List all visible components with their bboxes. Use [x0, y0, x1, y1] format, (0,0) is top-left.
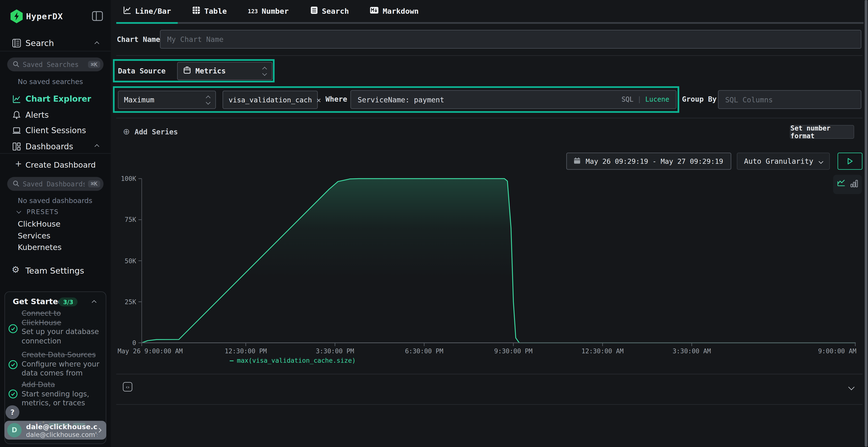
- metric-tag[interactable]: visa_validation_cach ×: [222, 91, 318, 109]
- sidebar-item-alerts[interactable]: Alerts: [0, 108, 111, 122]
- shortcut-badge: ⌘K: [88, 180, 100, 187]
- tab-search[interactable]: Search: [303, 0, 355, 22]
- line-bar-chart-icon: [123, 6, 131, 16]
- generated-sql-expand-chevron-icon[interactable]: [848, 384, 855, 390]
- chart-name-label: Chart Name: [117, 35, 160, 44]
- saved-dashboards-input[interactable]: Saved Dashboards ⌘K: [7, 177, 103, 191]
- data-source-label: Data Source: [118, 67, 166, 75]
- x-tick-label: 9:30:00 PM: [494, 347, 533, 355]
- search-collapse-chevron-icon[interactable]: [94, 41, 99, 46]
- add-series-button[interactable]: Add Series: [134, 128, 178, 136]
- sidebar-item-label: Dashboards: [26, 142, 73, 151]
- gear-icon: ⚙: [11, 264, 20, 275]
- hyperdx-logo-icon[interactable]: [10, 9, 23, 26]
- task-connect-clickhouse[interactable]: Connect to ClickHouse Set up your databa…: [22, 309, 100, 346]
- data-source-select[interactable]: Metrics: [177, 62, 273, 80]
- task-desc: Set up your database: [22, 327, 100, 337]
- x-tick-label: 6:30:00 PM: [405, 347, 443, 355]
- task-desc: data comes from: [22, 369, 104, 378]
- shortcut-badge: ⌘K: [88, 61, 100, 68]
- task-title: Add Data: [22, 381, 104, 390]
- search-icon: [13, 179, 20, 189]
- aggregation-select[interactable]: Maximum: [118, 91, 216, 109]
- dashboards-collapse-chevron-icon[interactable]: [94, 144, 99, 149]
- presets-chevron-icon[interactable]: [17, 209, 21, 213]
- tab-table[interactable]: Table: [185, 0, 234, 22]
- task-desc: metrics, or traces: [22, 399, 104, 408]
- set-number-format-button[interactable]: Set number format: [790, 125, 854, 139]
- no-saved-dashboards-text: No saved dashboards: [18, 196, 92, 204]
- x-tick-label: 9:00:00 AM: [818, 347, 857, 355]
- search-list-icon: [310, 6, 318, 16]
- markdown-icon: [370, 6, 379, 16]
- line-chart[interactable]: [138, 177, 856, 347]
- presets-header[interactable]: PRESETS: [27, 208, 59, 215]
- sql-mode-toggle[interactable]: SQL: [622, 96, 633, 103]
- database-icon: [183, 66, 191, 76]
- bell-icon: [12, 110, 21, 119]
- divider: [116, 118, 863, 118]
- y-tick-label: 100K: [116, 175, 136, 182]
- tab-underline-track: [116, 22, 863, 24]
- x-tick-label: 12:30:00 AM: [582, 347, 624, 355]
- select-chevrons-icon: [263, 67, 267, 75]
- metric-tag-value: visa_validation_cach: [228, 96, 312, 104]
- get-started-title: Get Started: [13, 297, 64, 306]
- where-input[interactable]: ServiceName: payment SQL | Lucene: [350, 90, 676, 109]
- sidebar-item-label: Client Sessions: [26, 126, 86, 135]
- saved-searches-placeholder: Saved Searches: [23, 61, 85, 68]
- plus-icon: +: [15, 159, 22, 169]
- chart-name-input[interactable]: [160, 30, 862, 49]
- search-section-label[interactable]: Search: [26, 38, 54, 48]
- run-query-button[interactable]: [838, 153, 863, 170]
- divider: [116, 374, 863, 374]
- collapse-sidebar-icon[interactable]: [92, 11, 103, 23]
- team-settings-link[interactable]: Team Settings: [26, 266, 84, 276]
- tab-markdown[interactable]: Markdown: [363, 0, 425, 22]
- user-email: dale@clickhouse.com: [26, 422, 97, 431]
- dashboards-grid-icon: [12, 142, 21, 151]
- brand-title[interactable]: HyperDX: [26, 11, 63, 22]
- lucene-mode-toggle[interactable]: Lucene: [645, 96, 669, 103]
- granularity-select[interactable]: Auto Granularity: [737, 153, 830, 170]
- check-circle-icon: [8, 324, 18, 333]
- sidebar-item-client-sessions[interactable]: Client Sessions: [0, 123, 111, 138]
- group-by-label: Group By: [682, 95, 717, 103]
- task-add-data[interactable]: Add Data Start sending logs, metrics, or…: [22, 381, 104, 408]
- laptop-icon: [12, 126, 21, 135]
- chart-area[interactable]: 025K50K75K100K May 26 9:00:00 AM12:30:00…: [116, 177, 863, 347]
- user-menu[interactable]: D dale@clickhouse.com dale@clickhouse.co…: [4, 421, 106, 440]
- preset-kubernetes[interactable]: Kubernetes: [18, 243, 61, 252]
- no-saved-searches-text: No saved searches: [18, 77, 83, 85]
- saved-searches-input[interactable]: Saved Searches ⌘K: [7, 58, 103, 71]
- data-source-value: Metrics: [195, 67, 226, 75]
- get-started-badge: 3/3: [59, 298, 78, 306]
- sidebar-item-label: Chart Explorer: [26, 95, 91, 104]
- chart-legend[interactable]: — max(visa_validation_cache.size): [230, 357, 356, 365]
- x-tick-label: May 26 9:00:00 AM: [118, 347, 183, 355]
- tab-label: Number: [261, 7, 289, 16]
- create-dashboard-button[interactable]: Create Dashboard: [26, 161, 96, 169]
- avatar: D: [7, 423, 22, 437]
- preset-clickhouse[interactable]: ClickHouse: [18, 219, 60, 228]
- tab-label: Table: [204, 7, 227, 16]
- close-icon[interactable]: ×: [316, 95, 321, 104]
- date-range-picker[interactable]: May 26 09:29:19 - May 27 09:29:19: [566, 153, 731, 170]
- code-icon: ‹›: [123, 382, 132, 391]
- help-button[interactable]: ?: [5, 405, 19, 419]
- get-started-collapse-chevron-icon[interactable]: [92, 300, 96, 305]
- tab-line-bar[interactable]: Line/Bar: [116, 0, 178, 22]
- vertical-scrollbar[interactable]: [865, 0, 867, 447]
- where-label: Where: [326, 95, 347, 103]
- sidebar-item-chart-explorer[interactable]: Chart Explorer: [0, 92, 111, 106]
- task-create-data-sources[interactable]: Create Data Sources Configure where your…: [22, 351, 104, 378]
- sidebar-item-dashboards[interactable]: Dashboards: [0, 139, 111, 154]
- tab-label: Search: [322, 7, 349, 16]
- tab-label: Line/Bar: [135, 7, 171, 16]
- date-range-value: May 26 09:29:19 - May 27 09:29:19: [586, 157, 723, 165]
- task-desc: Start sending logs,: [22, 389, 104, 399]
- tab-number[interactable]: 123 Number: [241, 0, 296, 22]
- preset-services[interactable]: Services: [18, 231, 51, 240]
- user-subtitle: dale@clickhouse.com's: [26, 431, 97, 438]
- group-by-input[interactable]: [718, 90, 862, 109]
